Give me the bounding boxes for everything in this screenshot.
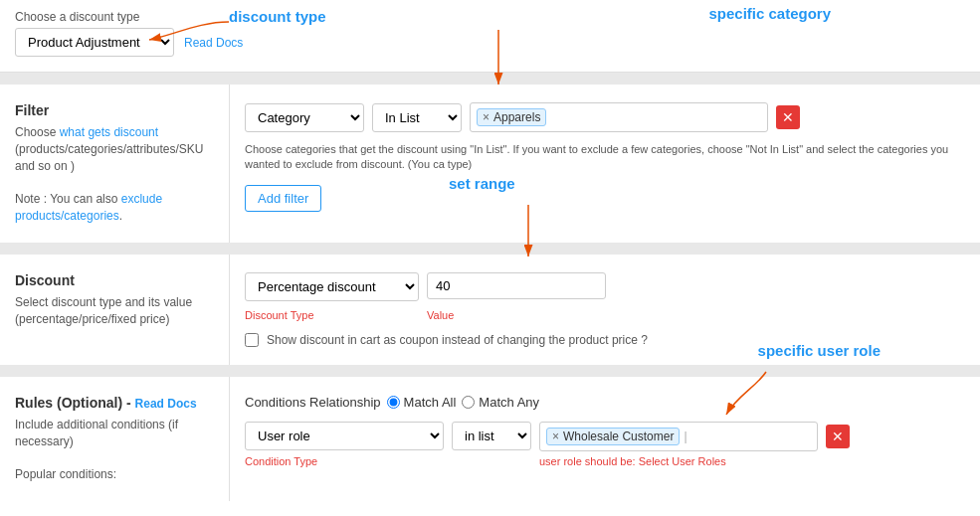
- rules-section-left: Rules (Optional) - Read Docs Include add…: [0, 377, 229, 501]
- discount-value-container: [427, 272, 606, 299]
- apparels-tag: × Apparels: [477, 108, 546, 126]
- tag-label: Apparels: [493, 110, 540, 124]
- choose-discount-label: Choose a discount type: [15, 10, 965, 24]
- conditions-relationship-row: Conditions Relationship Match All Match …: [245, 395, 965, 410]
- filter-note: Note : You can also exclude products/cat…: [15, 192, 162, 223]
- filter-sub-text: (products/categories/attributes/SKU and …: [15, 142, 203, 173]
- section-divider-1: [0, 73, 980, 85]
- what-gets-discount-link[interactable]: what gets discount: [60, 125, 158, 139]
- rule-condition-type-label: Condition Type: [245, 455, 444, 467]
- filter-help-text: Choose categories that get the discount …: [245, 142, 965, 173]
- rule-field-labels: Condition Type user role should be: Sele…: [245, 455, 965, 467]
- match-any-label[interactable]: Match Any: [462, 395, 539, 410]
- rules-description: Include additional conditions (if necess…: [15, 417, 214, 483]
- discount-type-select[interactable]: Product Adjustment Cart Discount Product…: [15, 28, 174, 57]
- rules-title: Rules (Optional) - Read Docs: [15, 395, 214, 411]
- category-tag-input[interactable]: × Apparels: [470, 102, 768, 132]
- delete-filter-btn[interactable]: ✕: [776, 105, 800, 129]
- discount-section-left: Discount Select discount type and its va…: [0, 255, 229, 365]
- exclude-link[interactable]: exclude products/categories: [15, 192, 162, 223]
- coupon-checkbox[interactable]: [245, 333, 259, 347]
- top-row: Product Adjustment Cart Discount Product…: [15, 28, 965, 57]
- discount-type-label: Discount Type: [245, 309, 419, 321]
- add-filter-btn[interactable]: Add filter: [245, 185, 321, 212]
- filter-section-left: Filter Choose what gets discount (produc…: [0, 85, 229, 243]
- delete-rule-btn[interactable]: ✕: [826, 425, 850, 448]
- match-all-label[interactable]: Match All: [387, 395, 457, 410]
- rules-section: Rules (Optional) - Read Docs Include add…: [0, 377, 980, 501]
- filter-title: Filter: [15, 102, 214, 118]
- match-all-radio[interactable]: [387, 396, 400, 409]
- discount-field-labels: Discount Type Value: [245, 309, 965, 321]
- rule-input-row: User role Product Category in list not i…: [245, 422, 965, 451]
- wholesale-customer-tag: × Wholesale Customer: [546, 428, 680, 445]
- rule-type-select[interactable]: User role Product Category: [245, 422, 444, 450]
- tag-x[interactable]: ×: [483, 110, 490, 124]
- rules-read-docs-link[interactable]: Read Docs: [135, 397, 197, 411]
- rule-inlist-select[interactable]: in list not in list: [452, 422, 531, 450]
- discount-value-input[interactable]: [427, 272, 606, 299]
- filter-section-right: Category Product SKU Attribute In List N…: [229, 85, 980, 243]
- conditions-rel-label: Conditions Relationship: [245, 395, 381, 410]
- discount-type-dropdown[interactable]: Percentage discount Fixed discount Fixed…: [245, 272, 419, 301]
- match-any-radio[interactable]: [462, 396, 475, 409]
- discount-input-row: Percentage discount Fixed discount Fixed…: [245, 272, 965, 301]
- discount-value-label: Value: [427, 309, 606, 321]
- inlist-select[interactable]: In List Not In List: [372, 103, 462, 132]
- category-select[interactable]: Category Product SKU Attribute: [245, 103, 364, 132]
- rules-section-right: specific user role Conditions Relationsh…: [229, 377, 980, 501]
- tag-label2: Wholesale Customer: [563, 430, 674, 443]
- discount-type-container: Percentage discount Fixed discount Fixed…: [245, 272, 419, 301]
- discount-description: Select discount type and its value (perc…: [15, 294, 214, 328]
- coupon-label: Show discount in cart as coupon instead …: [267, 333, 648, 347]
- discount-section: Discount Select discount type and its va…: [0, 255, 980, 365]
- read-docs-link[interactable]: Read Docs: [184, 36, 243, 50]
- filter-description: Choose what gets discount (products/cate…: [15, 124, 214, 225]
- filter-row: Category Product SKU Attribute In List N…: [245, 102, 965, 132]
- top-section: Choose a discount type Product Adjustmen…: [0, 0, 980, 73]
- rule-user-role-should-label: user role should be: Select User Roles: [539, 455, 912, 467]
- discount-section-right: set range Percentage discount Fixed disc…: [229, 255, 980, 365]
- user-role-tag-input[interactable]: × Wholesale Customer |: [539, 422, 818, 451]
- filter-section: Filter Choose what gets discount (produc…: [0, 85, 980, 243]
- coupon-row: Show discount in cart as coupon instead …: [245, 333, 965, 347]
- rule-tag-cursor: |: [684, 430, 686, 443]
- section-divider-2: [0, 243, 980, 255]
- discount-title: Discount: [15, 272, 214, 288]
- section-divider-3: [0, 365, 980, 377]
- tag-x2[interactable]: ×: [552, 430, 559, 443]
